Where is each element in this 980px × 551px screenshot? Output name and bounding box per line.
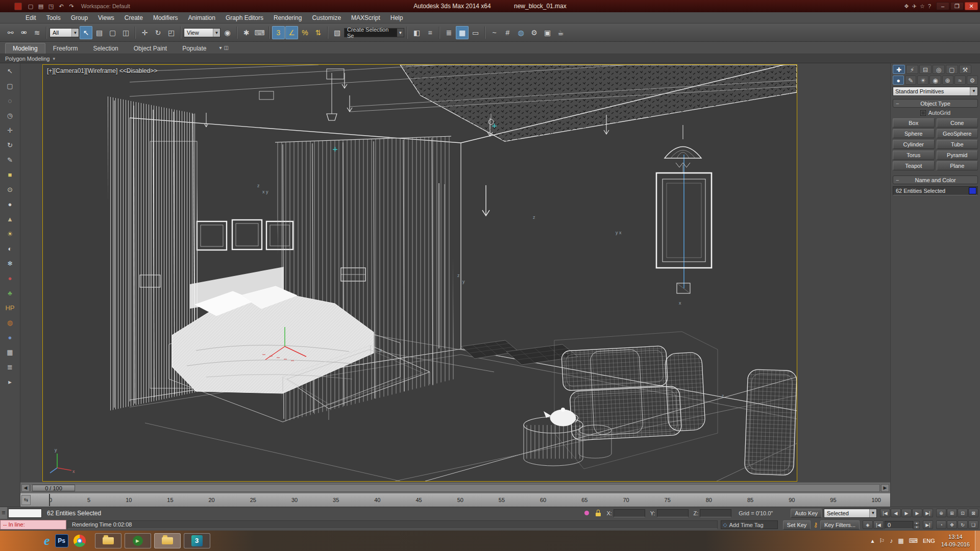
time-config-icon[interactable]: ◷ (5, 111, 16, 121)
current-frame-field[interactable]: 0 (885, 521, 913, 529)
maximize-viewport-toggle-icon[interactable]: ❏ (968, 520, 978, 529)
object-color-swatch[interactable] (969, 187, 976, 194)
x-coord-field[interactable] (614, 509, 645, 517)
set-key-button[interactable]: Set Key (783, 520, 811, 530)
menu-item[interactable]: Create (119, 14, 148, 21)
primitive-button[interactable]: Cylinder (893, 140, 935, 149)
shapes-category-icon[interactable]: ✎ (905, 76, 916, 85)
undo-icon[interactable]: ↶ (57, 2, 66, 10)
time-slider-handle[interactable]: 0 / 100 (32, 485, 75, 491)
y-coord-field[interactable] (657, 509, 689, 517)
primitive-button[interactable]: Box (893, 118, 935, 128)
play-animation-icon[interactable]: ▶ (901, 509, 912, 517)
ribbon-toggle-icon[interactable]: ▭ (469, 26, 482, 39)
move-tool-icon[interactable]: ✛ (5, 126, 16, 136)
taskbar-3dsmax-button[interactable]: 3 (184, 533, 210, 548)
set-key-key-icon[interactable]: ⚷ (813, 521, 818, 529)
action-center-icon[interactable]: ⚐ (879, 537, 885, 544)
track-bar[interactable]: ⇆ 05101520253035404550556065707580859095… (20, 493, 890, 507)
communication-center-icon[interactable]: ✈ (912, 3, 917, 10)
primitive-button[interactable]: Sphere (893, 129, 935, 138)
previous-key-icon[interactable]: |◀ (873, 520, 884, 529)
next-key-icon[interactable]: ▶| (923, 520, 933, 529)
spinner-snap-icon[interactable]: ⇅ (312, 26, 325, 39)
primitive-category-dropdown[interactable]: Standard Primitives ▼ (893, 87, 978, 96)
viewport-label[interactable]: [+][Camera01][Wireframe] <<Disabled>> (47, 67, 157, 74)
internet-explorer-icon[interactable]: e (44, 533, 50, 548)
application-menu-button[interactable] (14, 3, 22, 10)
workspace-selector[interactable]: Workspace: Default (81, 3, 130, 9)
primitive-button[interactable]: Tube (937, 140, 978, 149)
maxscript-mini-listener[interactable]: -- In line: (0, 520, 66, 530)
zoom-icon[interactable]: ⊕ (936, 509, 946, 517)
primitive-button[interactable]: Teapot (893, 161, 935, 170)
help-menu-icon[interactable]: ? (928, 3, 931, 10)
volume-icon[interactable]: ♪ (890, 537, 893, 544)
language-indicator[interactable]: ENG (923, 538, 935, 544)
align-icon[interactable]: ≡ (424, 26, 436, 39)
show-hidden-icons-icon[interactable]: ▴ (871, 537, 874, 544)
box-primitive-icon[interactable]: ■ (5, 170, 16, 180)
next-frame-icon[interactable]: ▶ (912, 509, 922, 517)
snowflake-icon[interactable]: ❄ (5, 259, 16, 269)
hierarchy-tab-icon[interactable]: ⊟ (919, 65, 932, 74)
reference-coordinate-dropdown[interactable]: View▼ (184, 28, 220, 37)
pan-view-icon[interactable]: ✥ (947, 520, 957, 529)
material-editor-icon[interactable]: ◍ (514, 26, 527, 39)
selection-filter-dropdown[interactable]: All▼ (50, 28, 79, 37)
select-object-icon[interactable]: ↖ (80, 26, 92, 39)
named-selection-set-combo[interactable]: Create Selection Se▼ (344, 28, 404, 37)
light-icon[interactable]: ☀ (5, 229, 16, 239)
infocenter-search-icon[interactable]: ❖ (904, 3, 909, 10)
rotate-tool-icon[interactable]: ↻ (5, 140, 16, 151)
primitive-button[interactable]: Plane (937, 161, 978, 170)
ribbon-config-icon[interactable]: ▾ (219, 45, 222, 51)
new-scene-icon[interactable]: ▢ (26, 2, 35, 10)
ribbon-tab[interactable]: Object Paint (126, 43, 175, 54)
space-warps-category-icon[interactable]: ≈ (954, 76, 966, 85)
favorites-icon[interactable]: ☆ (920, 3, 925, 10)
primitive-button[interactable]: Cone (937, 118, 978, 128)
unlink-selection-icon[interactable]: ⚮ (17, 26, 30, 39)
earth-icon[interactable]: ◍ (5, 318, 16, 328)
plant-icon[interactable]: ♣ (5, 288, 16, 298)
hp-label-icon[interactable]: HP (5, 303, 16, 313)
array-tool-icon[interactable]: ≣ (5, 362, 16, 372)
add-time-tag-field[interactable]: ◇ Add Time Tag (721, 520, 778, 529)
menu-item[interactable]: Edit (20, 14, 41, 21)
menu-item[interactable]: Modifiers (148, 14, 183, 21)
ribbon-tab[interactable]: Populate (175, 43, 214, 54)
system-clock[interactable]: 13:14 14-09-2016 (941, 533, 970, 548)
zoom-extents-icon[interactable]: ⊡ (958, 509, 968, 517)
maximize-button[interactable]: ❐ (950, 2, 964, 10)
track-bar-mode-icon[interactable]: ⇆ (21, 495, 31, 505)
rectangular-selection-region-icon[interactable]: ▢ (106, 26, 119, 39)
geometry-category-icon[interactable]: ● (893, 76, 904, 85)
geosphere-icon[interactable]: ◐ (5, 244, 16, 254)
window-crossing-icon[interactable]: ◫ (119, 26, 132, 39)
use-pivot-center-icon[interactable]: ◉ (221, 26, 234, 39)
object-name-field[interactable]: 62 Entities Selected (893, 186, 978, 195)
show-desktop-button[interactable] (975, 531, 980, 551)
paint-tool-icon[interactable]: ✎ (5, 155, 16, 165)
bind-to-space-warp-icon[interactable]: ≋ (31, 26, 43, 39)
marquee-rect-icon[interactable]: ▢ (5, 81, 16, 91)
systems-category-icon[interactable]: ⚙ (967, 76, 978, 85)
camera-viewport[interactable]: [+][Camera01][Wireframe] <<Disabled>> (42, 64, 797, 482)
ribbon-tab[interactable]: Selection (85, 43, 126, 54)
zoom-extents-all-icon[interactable]: ⊠ (968, 509, 978, 517)
display-tab-icon[interactable]: ▢ (946, 65, 958, 74)
taskbar-explorer-button[interactable] (154, 533, 181, 548)
field-of-view-icon[interactable]: ◔ (936, 520, 946, 529)
menu-item[interactable]: Rendering (268, 14, 307, 21)
open-file-icon[interactable]: ▤ (36, 2, 45, 10)
menu-item[interactable]: Tools (41, 14, 66, 21)
menu-item[interactable]: Graph Editors (220, 14, 268, 21)
key-filters-button[interactable]: Key Filters... (820, 520, 860, 530)
menu-item[interactable]: Help (385, 14, 408, 21)
z-coord-field[interactable] (700, 509, 731, 517)
angle-snap-icon[interactable]: ∠ (285, 26, 298, 39)
rendered-frame-window-icon[interactable]: ▣ (541, 26, 554, 39)
chrome-icon[interactable] (74, 535, 86, 547)
water-sphere-icon[interactable]: ● (5, 333, 16, 343)
